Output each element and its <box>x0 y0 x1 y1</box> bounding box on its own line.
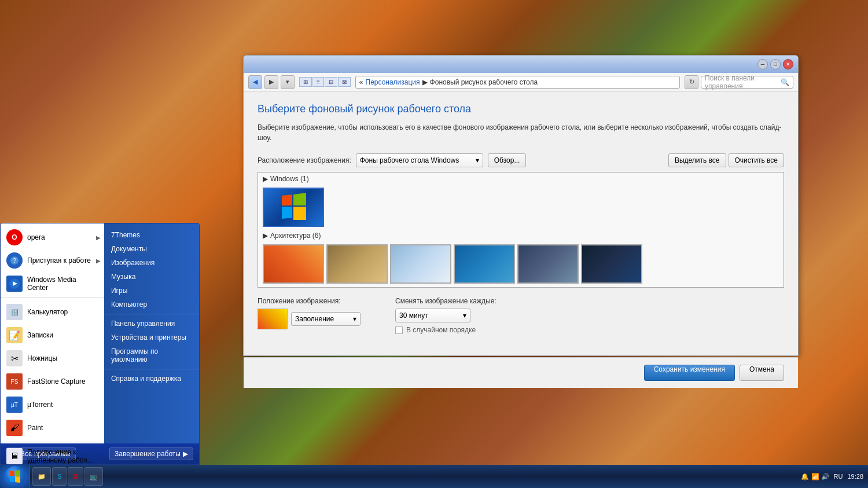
taskbar-opera[interactable]: O <box>68 467 83 486</box>
dropdown-button[interactable]: ▾ <box>281 75 295 89</box>
group-header-arch: ▶ Архитектура (6) <box>258 229 784 242</box>
calc-icon: 🔢 <box>6 304 23 320</box>
select-buttons: Выделить все Очистить все <box>668 153 784 167</box>
position-select[interactable]: Заполнение ▾ <box>291 312 361 326</box>
interval-select[interactable]: 30 минут ▾ <box>395 309 470 322</box>
start-menu-item-notes[interactable]: 📝 Записки <box>1 324 104 347</box>
taskbar-wmc[interactable]: 📺 <box>84 467 103 486</box>
random-checkbox[interactable] <box>395 326 403 334</box>
breadcrumb-arrow: ▶ <box>422 78 428 86</box>
search-box[interactable]: Поиск в панели управления 🔍 <box>701 76 793 89</box>
refresh-area: ↻ <box>685 75 698 89</box>
desktop: ─ □ ✕ ◀ ▶ ▾ ⊞ ≡ ⊟ ⊠ « Персонализация ▶ Ф… <box>0 0 868 488</box>
taskbar-explorer[interactable]: 📁 <box>32 467 51 486</box>
breadcrumb-personalization[interactable]: Персонализация <box>366 78 420 86</box>
rdp-icon: 🖥 <box>6 448 23 464</box>
shutdown-button[interactable]: Завершение работы ▶ <box>109 447 193 460</box>
view-thumb-button[interactable]: ⊠ <box>338 77 351 87</box>
maximize-button[interactable]: □ <box>770 59 781 69</box>
start-menu-item-paint[interactable]: 🖌 Paint <box>1 416 104 439</box>
menu-separator-1 <box>1 298 104 298</box>
location-row: Расположение изображения: Фоны рабочего … <box>258 153 784 167</box>
utorrent-icon: µT <box>6 397 23 413</box>
start-menu-item-faststone[interactable]: FS FastStone Capture <box>1 370 104 393</box>
group-arrow-windows: ▶ <box>263 175 268 183</box>
start-menu-item-rdp[interactable]: 🖥 Подключение к удаленному рабоч... <box>1 445 104 465</box>
wallpaper-thumb-5[interactable] <box>517 244 579 284</box>
start-button[interactable] <box>0 465 30 488</box>
menu-separator-2 <box>1 442 104 442</box>
refresh-button[interactable]: ↻ <box>685 75 698 89</box>
right-item-devices[interactable]: Устройства и принтеры <box>104 331 199 344</box>
view-list-button[interactable]: ≡ <box>312 77 324 87</box>
notes-label: Записки <box>27 331 53 339</box>
location-label: Расположение изображения: <box>258 156 351 164</box>
clear-all-button[interactable]: Очистить все <box>729 153 784 167</box>
cp-window: ─ □ ✕ ◀ ▶ ▾ ⊞ ≡ ⊟ ⊠ « Персонализация ▶ Ф… <box>243 55 799 356</box>
right-item-docs[interactable]: Документы <box>104 242 199 256</box>
start-menu-item-utorrent[interactable]: µT µTorrent <box>1 393 104 416</box>
rdp-label: Подключение к удаленному рабоч... <box>27 448 98 464</box>
save-button[interactable]: Сохранить изменения <box>644 365 735 381</box>
view-detail-button[interactable]: ⊟ <box>325 77 337 87</box>
search-placeholder: Поиск в панели управления <box>705 74 781 90</box>
start-menu-right: 7Themes Документы Изображения Музыка Игр… <box>104 223 199 443</box>
select-all-button[interactable]: Выделить все <box>668 153 726 167</box>
group-arrow-arch: ▶ <box>263 232 268 240</box>
scissors-label: Ножницы <box>27 354 57 362</box>
right-item-music[interactable]: Музыка <box>104 270 199 284</box>
start-menu-item-scissors[interactable]: ✂ Ножницы <box>1 347 104 370</box>
random-label: В случайном порядке <box>406 326 476 334</box>
wallpaper-thumb-6[interactable] <box>581 244 642 284</box>
titlebar: ─ □ ✕ <box>244 56 798 73</box>
getstarted-arrow: ▶ <box>96 258 101 264</box>
right-separator <box>104 314 199 314</box>
group-label-windows: Windows (1) <box>270 175 309 183</box>
right-item-7themes[interactable]: 7Themes <box>104 228 199 242</box>
right-item-images[interactable]: Изображения <box>104 256 199 270</box>
right-item-controlpanel[interactable]: Панель управления <box>104 317 199 331</box>
wallpaper-thumb-3[interactable] <box>390 244 451 284</box>
forward-button[interactable]: ▶ <box>264 75 278 89</box>
right-item-games[interactable]: Игры <box>104 284 199 298</box>
wallpaper-thumb-4[interactable] <box>454 244 515 284</box>
back-button[interactable]: ◀ <box>248 75 262 89</box>
browse-button[interactable]: Обзор... <box>488 153 527 167</box>
start-menu-item-opera[interactable]: O opera ▶ <box>1 226 104 249</box>
position-preview <box>258 309 288 329</box>
cancel-button[interactable]: Отмена <box>740 365 784 381</box>
start-menu: O opera ▶ ? Приступая к работе ▶ Windows… <box>0 223 200 465</box>
right-separator-2 <box>104 369 199 369</box>
close-button[interactable]: ✕ <box>783 59 793 69</box>
skype-icon: S <box>57 473 61 480</box>
wallpaper-grid[interactable]: ▶ Windows (1) <box>258 172 784 288</box>
right-item-defaults[interactable]: Программы по умолчанию <box>104 344 199 366</box>
minimize-button[interactable]: ─ <box>757 59 768 69</box>
notification-icons: 🔔 📶 🔊 <box>801 473 829 480</box>
breadcrumb: « Персонализация ▶ Фоновый рисунок рабоч… <box>355 76 680 89</box>
taskbar-skype[interactable]: S <box>52 467 67 486</box>
right-item-computer[interactable]: Компьютер <box>104 298 199 311</box>
start-menu-item-wmc[interactable]: Windows Media Center <box>1 272 104 295</box>
breadcrumb-current: Фоновый рисунок рабочего стола <box>430 78 538 86</box>
taskbar-right: 🔔 📶 🔊 RU 19:28 <box>801 473 868 480</box>
wmc-icon <box>6 276 23 292</box>
start-menu-item-getstarted[interactable]: ? Приступая к работе ▶ <box>1 249 104 272</box>
view-grid-button[interactable]: ⊞ <box>299 77 312 87</box>
location-select[interactable]: Фоны рабочего стола Windows ▾ <box>356 153 483 167</box>
wallpaper-row-windows <box>258 185 784 229</box>
faststone-icon: FS <box>6 373 23 390</box>
language-indicator: RU <box>834 473 843 480</box>
right-item-help[interactable]: Справка и поддержка <box>104 372 199 386</box>
position-value: Заполнение <box>295 315 334 323</box>
position-label: Положение изображения: <box>258 297 361 305</box>
paint-icon: 🖌 <box>6 420 23 436</box>
page-title: Выберите фоновый рисунок рабочего стола <box>258 103 784 115</box>
wallpaper-thumb-1[interactable] <box>263 244 324 284</box>
start-menu-item-calc[interactable]: 🔢 Калькулятор <box>1 300 104 324</box>
wmc-label: Windows Media Center <box>27 276 98 292</box>
wallpaper-thumb-win7[interactable] <box>263 188 324 227</box>
search-icon: 🔍 <box>781 78 789 86</box>
change-label: Сменять изображение каждые: <box>395 297 496 305</box>
wallpaper-thumb-2[interactable] <box>326 244 388 284</box>
